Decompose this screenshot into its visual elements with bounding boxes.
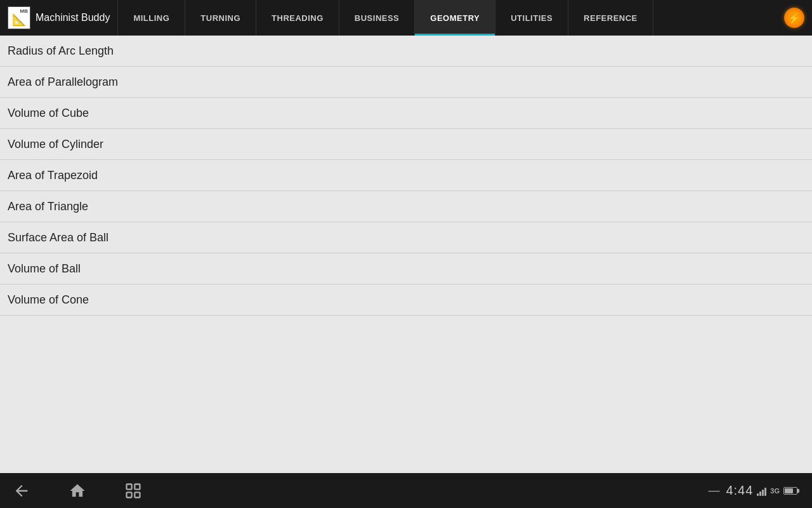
- logo-mb-text: MB: [20, 8, 28, 14]
- svg-rect-1: [134, 484, 140, 489]
- home-icon: [69, 482, 86, 500]
- app-title: Machinist Buddy: [36, 12, 110, 23]
- list-item-surface-area-ball[interactable]: Surface Area of Ball: [0, 222, 812, 253]
- signal-bar-2: [759, 491, 761, 496]
- list-item-text: Volume of Cone: [8, 293, 89, 307]
- recent-apps-button[interactable]: [124, 482, 142, 500]
- battery-icon: [783, 487, 799, 495]
- list-item-text: Volume of Cube: [8, 107, 89, 120]
- list-item-volume-cube[interactable]: Volume of Cube: [0, 98, 812, 129]
- tab-reference[interactable]: REFERENCE: [568, 0, 653, 36]
- list-item-radius-arc[interactable]: Radius of Arc Length: [0, 36, 812, 67]
- tab-threading[interactable]: THREADING: [256, 0, 339, 36]
- list-item-area-trapezoid[interactable]: Area of Trapezoid: [0, 160, 812, 191]
- battery-tip: [797, 489, 799, 493]
- signal-bar-1: [757, 493, 759, 496]
- logo-drawing: 📐: [12, 13, 26, 27]
- tab-turning[interactable]: TURNING: [185, 0, 256, 36]
- list-item-area-triangle[interactable]: Area of Triangle: [0, 191, 812, 222]
- battery-body: [783, 487, 797, 495]
- time-display: 4:44: [726, 483, 753, 498]
- settings-button[interactable]: [776, 0, 812, 36]
- list-item-area-parallelogram[interactable]: Area of Parallelogram: [0, 67, 812, 98]
- network-label: 3G: [770, 487, 780, 495]
- list-item-text: Surface Area of Ball: [8, 231, 108, 244]
- battery-fill: [785, 488, 793, 493]
- tab-geometry[interactable]: GEOMETRY: [415, 0, 495, 36]
- tab-utilities[interactable]: UTILITIES: [495, 0, 568, 36]
- svg-rect-3: [127, 492, 132, 497]
- logo-icon: MB 📐: [8, 6, 30, 29]
- tab-milling[interactable]: MILLING: [117, 0, 185, 36]
- top-navigation-bar: MB 📐 Machinist Buddy MILLING TURNING THR…: [0, 0, 812, 36]
- signal-indicator: [757, 486, 766, 496]
- status-area: — 4:44 3G: [708, 483, 799, 498]
- menu-indicator: —: [708, 484, 719, 497]
- back-button[interactable]: [13, 482, 30, 500]
- list-item-volume-cone[interactable]: Volume of Cone: [0, 284, 812, 316]
- app-logo: MB 📐 Machinist Buddy: [0, 0, 117, 36]
- list-item-text: Radius of Arc Length: [8, 44, 114, 58]
- back-icon: [13, 482, 30, 500]
- list-item-volume-ball[interactable]: Volume of Ball: [0, 253, 812, 284]
- bottom-nav-buttons: [13, 482, 142, 500]
- signal-bar-3: [762, 490, 764, 496]
- nav-tabs: MILLING TURNING THREADING BUSINESS GEOME…: [117, 0, 776, 36]
- home-button[interactable]: [69, 482, 86, 500]
- svg-rect-2: [134, 492, 140, 497]
- signal-bar-4: [764, 488, 766, 496]
- svg-rect-0: [127, 484, 132, 489]
- list-item-text: Volume of Cylinder: [8, 138, 103, 151]
- geometry-list: Radius of Arc Length Area of Parallelogr…: [0, 36, 812, 473]
- list-item-text: Area of Triangle: [8, 200, 88, 213]
- settings-icon: [784, 8, 804, 28]
- list-item-text: Area of Trapezoid: [8, 169, 98, 182]
- list-item-text: Volume of Ball: [8, 262, 81, 276]
- list-item-volume-cylinder[interactable]: Volume of Cylinder: [0, 129, 812, 160]
- list-item-text: Area of Parallelogram: [8, 76, 118, 89]
- bottom-navigation-bar: — 4:44 3G: [0, 473, 812, 508]
- tab-business[interactable]: BUSINESS: [339, 0, 415, 36]
- recent-apps-icon: [124, 482, 142, 500]
